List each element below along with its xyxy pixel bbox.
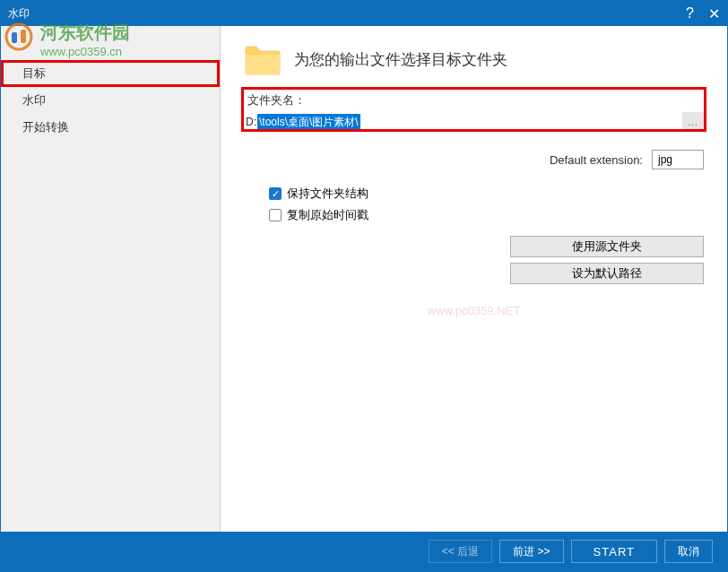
titlebar: 水印 ? ✕ — [1, 1, 727, 26]
folder-path-input[interactable]: D: \tools\桌面\图片素材\ — [244, 112, 682, 132]
sidebar-item-label: 水印 — [22, 93, 46, 107]
action-buttons: 使用源文件夹 设为默认路径 — [244, 236, 704, 284]
checkbox-label: 保持文件夹结构 — [287, 186, 368, 202]
folder-field-group: 文件夹名： D: \tools\桌面\图片素材\ ... — [244, 92, 704, 132]
sidebar-item-target[interactable]: 目标 — [1, 60, 220, 87]
cancel-button[interactable]: 取消 — [664, 540, 713, 563]
checkbox-keep-structure[interactable]: ✓ 保持文件夹结构 — [269, 186, 704, 202]
extension-input[interactable] — [652, 150, 704, 169]
forward-button[interactable]: 前进 >> — [499, 540, 563, 563]
back-button[interactable]: << 后退 — [429, 540, 492, 563]
faint-watermark: www.pc0359.NET — [428, 304, 520, 317]
browse-button[interactable]: ... — [682, 112, 704, 132]
sidebar-item-label: 开始转换 — [22, 120, 69, 134]
use-source-folder-button[interactable]: 使用源文件夹 — [510, 236, 704, 257]
path-prefix: D: — [246, 116, 257, 128]
folder-path-row: D: \tools\桌面\图片素材\ ... — [244, 112, 704, 132]
checkbox-label: 复制原始时间戳 — [287, 207, 368, 223]
checkbox-icon — [269, 209, 282, 221]
folder-icon — [244, 40, 282, 78]
set-default-path-button[interactable]: 设为默认路径 — [510, 263, 704, 284]
main-panel: 为您的输出文件选择目标文件夹 文件夹名： D: \tools\桌面\图片素材\ … — [221, 26, 727, 532]
extension-label: Default extension: — [550, 153, 643, 167]
start-button[interactable]: START — [571, 540, 657, 563]
page-title: 为您的输出文件选择目标文件夹 — [294, 49, 507, 70]
titlebar-buttons: ? ✕ — [686, 5, 720, 22]
extension-row: Default extension: — [244, 150, 704, 169]
path-selected-text: \tools\桌面\图片素材\ — [257, 114, 360, 131]
checkbox-copy-timestamp[interactable]: 复制原始时间戳 — [269, 207, 704, 223]
checkbox-group: ✓ 保持文件夹结构 复制原始时间戳 — [244, 186, 704, 223]
folder-label: 文件夹名： — [244, 92, 704, 108]
sidebar-item-watermark[interactable]: 水印 — [1, 87, 220, 114]
sidebar: 目标 水印 开始转换 — [1, 26, 221, 532]
checkbox-icon: ✓ — [269, 187, 282, 200]
footer: << 后退 前进 >> START 取消 — [1, 532, 727, 571]
help-button[interactable]: ? — [686, 5, 694, 22]
content: 河东软件园 www.pc0359.cn 目标 水印 开始转换 为您的输出文件选择… — [1, 26, 727, 532]
sidebar-item-start-convert[interactable]: 开始转换 — [1, 114, 220, 141]
close-button[interactable]: ✕ — [708, 5, 720, 22]
sidebar-item-label: 目标 — [22, 66, 46, 80]
window-title: 水印 — [8, 6, 686, 22]
main-header: 为您的输出文件选择目标文件夹 — [244, 40, 704, 78]
